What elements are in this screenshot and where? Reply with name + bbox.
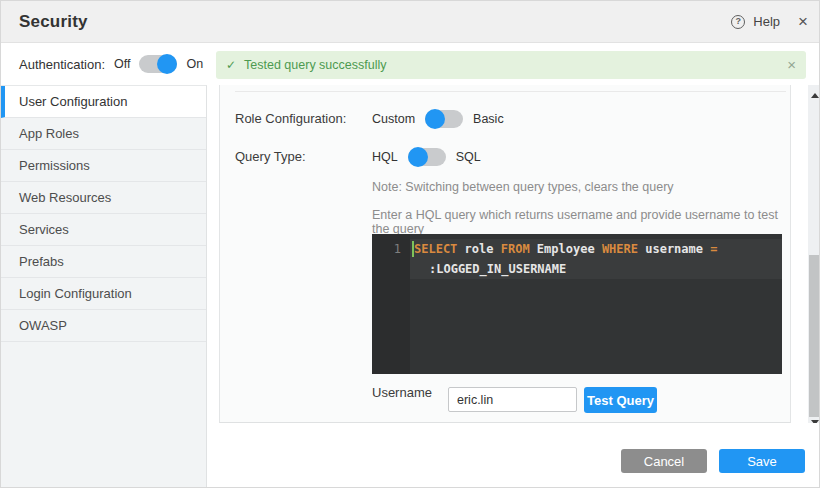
authentication-toggle[interactable]	[139, 54, 177, 74]
toggle-knob	[408, 147, 428, 167]
query-code: SELECT role FROM Employee WHERE username…	[414, 239, 778, 279]
sidebar-item-web-resources[interactable]: Web Resources	[1, 182, 206, 214]
success-banner: ✓ Tested query successfully ×	[216, 51, 806, 79]
sidebar-item-owasp[interactable]: OWASP	[1, 310, 206, 342]
query-type-label: Query Type:	[235, 149, 306, 164]
code-line: :LOGGED_IN_USERNAME	[414, 259, 778, 279]
role-custom-label: Custom	[372, 112, 415, 126]
hql-query-editor[interactable]: 1 SELECT role FROM Employee WHERE userna…	[372, 234, 782, 374]
query-switch-note: Note: Switching between query types, cle…	[372, 180, 674, 194]
scroll-up-icon[interactable]	[811, 93, 819, 98]
editor-gutter: 1	[372, 234, 410, 374]
scrollbar-thumb[interactable]	[809, 255, 820, 417]
settings-sidebar: User ConfigurationApp RolesPermissionsWe…	[1, 85, 207, 488]
test-query-button[interactable]: Test Query	[584, 387, 657, 413]
sidebar-item-login-configuration[interactable]: Login Configuration	[1, 278, 206, 310]
user-configuration-panel: Role Configuration: Custom Basic Query T…	[219, 85, 791, 423]
save-button[interactable]: Save	[719, 449, 805, 473]
auth-on-label: On	[186, 57, 203, 71]
cancel-button[interactable]: Cancel	[621, 449, 707, 473]
close-icon[interactable]: ×	[798, 15, 808, 29]
dialog-footer: Cancel Save	[207, 423, 820, 488]
query-sql-label: SQL	[456, 150, 481, 164]
dialog-header: Security ? Help ×	[1, 1, 820, 43]
role-configuration-control: Custom Basic	[372, 107, 504, 131]
success-message: Tested query successfully	[244, 58, 386, 72]
vertical-scrollbar	[808, 85, 820, 433]
username-label: Username	[372, 385, 432, 400]
sidebar-item-services[interactable]: Services	[1, 214, 206, 246]
banner-close-icon[interactable]: ×	[787, 59, 796, 71]
auth-off-label: Off	[114, 57, 130, 71]
query-hql-label: HQL	[372, 150, 398, 164]
page-title: Security	[19, 12, 88, 32]
section-divider	[235, 91, 786, 92]
query-type-toggle[interactable]	[408, 147, 446, 167]
sidebar-item-prefabs[interactable]: Prefabs	[1, 246, 206, 278]
sidebar-item-app-roles[interactable]: App Roles	[1, 118, 206, 150]
role-configuration-label: Role Configuration:	[235, 111, 346, 126]
help-link[interactable]: Help	[753, 14, 780, 29]
code-line: SELECT role FROM Employee WHERE username…	[414, 239, 778, 259]
query-type-control: HQL SQL	[372, 145, 481, 169]
query-help-note: Enter a HQL query which returns username…	[372, 208, 790, 236]
username-input[interactable]	[448, 387, 577, 412]
authentication-label: Authentication:	[19, 57, 105, 72]
toggle-knob	[425, 109, 445, 129]
sidebar-item-user-configuration[interactable]: User Configuration	[1, 86, 206, 118]
role-basic-label: Basic	[473, 112, 504, 126]
sidebar-item-permissions[interactable]: Permissions	[1, 150, 206, 182]
line-number: 1	[394, 239, 401, 259]
check-icon: ✓	[226, 58, 236, 72]
role-configuration-toggle[interactable]	[425, 109, 463, 129]
help-icon[interactable]: ?	[731, 15, 745, 29]
security-dialog: Security ? Help × Authentication: Off On…	[0, 0, 820, 488]
authentication-bar: Authentication: Off On ✓ Tested query su…	[1, 43, 820, 85]
toggle-knob	[157, 54, 177, 74]
